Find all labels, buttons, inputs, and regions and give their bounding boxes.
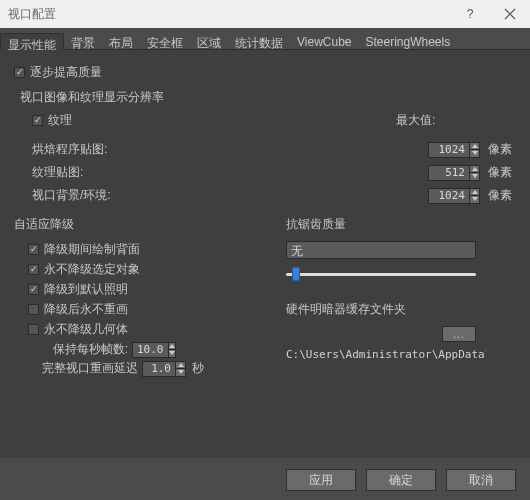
titlebar: 视口配置 ? (0, 0, 530, 28)
texture-maps-label: 纹理贴图: (32, 164, 428, 181)
tab-bar: 显示性能 背景 布局 安全框 区域 统计数据 ViewCube Steering… (0, 28, 530, 50)
spinner-down-icon[interactable] (470, 150, 479, 157)
tab-viewcube[interactable]: ViewCube (290, 32, 358, 49)
never-redraw-after-degrade-label: 降级后永不重画 (44, 301, 128, 318)
close-icon (504, 8, 516, 20)
tab-steeringwheels[interactable]: SteeringWheels (358, 32, 457, 49)
redraw-delay-label: 完整视口重画延迟 (28, 360, 138, 377)
window-title: 视口配置 (8, 6, 450, 23)
redraw-delay-spinner[interactable]: 1.0 (142, 361, 186, 377)
texture-maps-unit: 像素 (480, 164, 516, 181)
spinner-up-icon[interactable] (470, 166, 479, 174)
tab-display-performance[interactable]: 显示性能 (0, 33, 64, 50)
spinner-up-icon[interactable] (470, 189, 479, 197)
browse-cache-button[interactable]: ... (442, 326, 476, 342)
cancel-button[interactable]: 取消 (446, 469, 516, 491)
help-button[interactable]: ? (450, 0, 490, 28)
spinner-up-icon[interactable] (169, 343, 176, 351)
baked-maps-label: 烘焙程序贴图: (32, 141, 428, 158)
close-button[interactable] (490, 0, 530, 28)
spinner-down-icon[interactable] (470, 173, 479, 180)
spinner-down-icon[interactable] (470, 196, 479, 203)
never-degrade-geometry-checkbox[interactable] (28, 324, 39, 335)
resolution-section-label: 视口图像和纹理显示分辨率 (20, 89, 516, 106)
antialias-section-label: 抗锯齿质量 (286, 216, 486, 233)
progressive-quality-checkbox[interactable] (14, 67, 25, 78)
progressive-quality-label: 逐步提高质量 (30, 64, 102, 81)
never-degrade-selected-label: 永不降级选定对象 (44, 261, 140, 278)
ok-button[interactable]: 确定 (366, 469, 436, 491)
baked-maps-spinner[interactable]: 1024 (428, 142, 480, 158)
tab-safe-frames[interactable]: 安全框 (140, 32, 190, 49)
apply-button[interactable]: 应用 (286, 469, 356, 491)
resolution-rows: 烘焙程序贴图: 1024 像素 纹理贴图: 512 像素 视口背景/环境: 10… (14, 141, 516, 204)
adaptive-section-label: 自适应降级 (14, 216, 264, 233)
antialias-select[interactable]: 无 (286, 241, 476, 259)
texture-maps-spinner[interactable]: 512 (428, 165, 480, 181)
spinner-up-icon[interactable] (470, 143, 479, 151)
spinner-down-icon[interactable] (169, 350, 176, 357)
slider-thumb[interactable] (292, 267, 300, 281)
redraw-delay-unit: 秒 (192, 360, 204, 377)
cache-section-label: 硬件明暗器缓存文件夹 (286, 301, 486, 318)
max-value-label: 最大值: (396, 112, 516, 137)
ellipsis-icon: ... (453, 329, 464, 340)
texture-checkbox[interactable] (32, 115, 43, 126)
spinner-up-icon[interactable] (176, 362, 185, 370)
degrade-default-lighting-label: 降级到默认照明 (44, 281, 128, 298)
viewport-bg-spinner[interactable]: 1024 (428, 188, 480, 204)
never-redraw-after-degrade-checkbox[interactable] (28, 304, 39, 315)
maintain-fps-label: 保持每秒帧数: (42, 341, 128, 358)
baked-maps-unit: 像素 (480, 141, 516, 158)
slider-track (286, 273, 476, 276)
tab-statistics[interactable]: 统计数据 (228, 32, 290, 49)
degrade-backfaces-checkbox[interactable] (28, 244, 39, 255)
dialog-button-bar: 应用 确定 取消 (0, 460, 530, 500)
texture-label: 纹理 (48, 112, 72, 129)
degrade-default-lighting-checkbox[interactable] (28, 284, 39, 295)
help-icon: ? (467, 7, 474, 21)
never-degrade-geometry-label: 永不降级几何体 (44, 321, 128, 338)
tab-background[interactable]: 背景 (64, 32, 102, 49)
spinner-down-icon[interactable] (176, 369, 185, 376)
degrade-backfaces-label: 降级期间绘制背面 (44, 241, 140, 258)
maintain-fps-spinner[interactable]: 10.0 (132, 342, 176, 358)
viewport-bg-label: 视口背景/环境: (32, 187, 428, 204)
tab-regions[interactable]: 区域 (190, 32, 228, 49)
viewport-bg-unit: 像素 (480, 187, 516, 204)
tab-layout[interactable]: 布局 (102, 32, 140, 49)
antialias-slider[interactable] (286, 265, 476, 283)
cache-path-text: C:\Users\Administrator\AppData\Local\A (286, 348, 486, 361)
panel-display-performance: 逐步提高质量 视口图像和纹理显示分辨率 纹理 最大值: 烘焙程序贴图: 1024… (0, 50, 530, 458)
never-degrade-selected-checkbox[interactable] (28, 264, 39, 275)
